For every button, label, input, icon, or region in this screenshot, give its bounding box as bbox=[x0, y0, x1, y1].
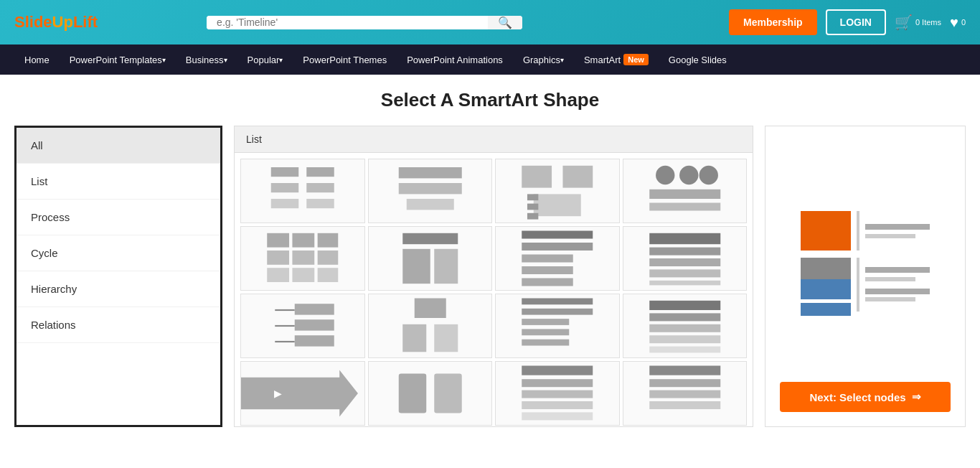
main-content: Select A SmartArt Shape All List Process… bbox=[0, 75, 980, 441]
svg-rect-81 bbox=[865, 277, 915, 281]
svg-rect-1 bbox=[306, 167, 334, 177]
svg-rect-59 bbox=[649, 335, 720, 343]
preview-shape bbox=[780, 141, 951, 382]
nav-item-ppt-animations[interactable]: PowerPoint Animations bbox=[397, 45, 513, 75]
svg-rect-82 bbox=[801, 303, 851, 316]
svg-rect-0 bbox=[271, 167, 299, 177]
sidebar-item-relations[interactable]: Relations bbox=[17, 307, 220, 343]
svg-rect-76 bbox=[865, 224, 930, 230]
shape-cell-3[interactable] bbox=[495, 159, 620, 223]
svg-rect-47 bbox=[295, 335, 334, 346]
sidebar-item-process[interactable]: Process bbox=[17, 200, 220, 235]
svg-marker-61 bbox=[241, 370, 358, 416]
sidebar-item-cycle[interactable]: Cycle bbox=[17, 235, 220, 271]
svg-rect-48 bbox=[414, 299, 446, 319]
shape-cell-10[interactable] bbox=[368, 294, 493, 358]
svg-rect-37 bbox=[649, 233, 720, 244]
shape-cell-12[interactable] bbox=[623, 294, 748, 358]
new-badge: New bbox=[623, 54, 649, 65]
svg-rect-12 bbox=[527, 194, 538, 200]
svg-rect-27 bbox=[292, 268, 314, 282]
preview-panel: Next: Select nodes ⇒ bbox=[765, 126, 966, 427]
svg-rect-78 bbox=[857, 258, 859, 312]
shape-cell-15[interactable] bbox=[495, 361, 620, 426]
shape-cell-16[interactable] bbox=[623, 361, 748, 426]
svg-rect-56 bbox=[649, 301, 720, 310]
svg-rect-38 bbox=[649, 248, 720, 256]
svg-rect-83 bbox=[801, 279, 851, 299]
login-button[interactable]: LOGIN bbox=[826, 9, 886, 35]
wishlist-icon[interactable]: ♥0 bbox=[950, 14, 966, 31]
shape-cell-14[interactable] bbox=[368, 361, 493, 426]
svg-rect-84 bbox=[865, 289, 930, 294]
svg-rect-11 bbox=[534, 194, 581, 216]
svg-rect-41 bbox=[649, 281, 720, 286]
svg-rect-28 bbox=[318, 268, 339, 282]
svg-point-15 bbox=[656, 166, 674, 184]
svg-rect-80 bbox=[865, 267, 930, 273]
page-title: Select A SmartArt Shape bbox=[14, 89, 966, 111]
nav-item-home[interactable]: Home bbox=[14, 45, 60, 75]
shape-cell-9[interactable] bbox=[240, 294, 365, 358]
svg-rect-63 bbox=[398, 374, 426, 413]
svg-text:▶: ▶ bbox=[274, 388, 282, 399]
shape-cell-5[interactable] bbox=[240, 226, 365, 291]
next-button-icon: ⇒ bbox=[912, 390, 921, 403]
shapes-grid: ▶ bbox=[235, 153, 753, 427]
svg-rect-85 bbox=[865, 297, 915, 301]
svg-rect-67 bbox=[522, 390, 593, 398]
sidebar-item-hierarchy[interactable]: Hierarchy bbox=[17, 271, 220, 307]
svg-rect-40 bbox=[649, 269, 720, 277]
membership-button[interactable]: Membership bbox=[729, 9, 816, 35]
svg-rect-29 bbox=[402, 233, 458, 244]
svg-rect-24 bbox=[292, 251, 314, 265]
svg-rect-21 bbox=[292, 233, 314, 248]
shape-cell-2[interactable] bbox=[368, 159, 493, 223]
nav-item-smartart[interactable]: SmartArt New bbox=[574, 45, 659, 75]
svg-rect-23 bbox=[267, 251, 289, 265]
svg-rect-9 bbox=[522, 166, 552, 188]
svg-rect-3 bbox=[306, 183, 334, 192]
logo[interactable]: SlideUpLift bbox=[14, 13, 98, 32]
nav-item-graphics[interactable]: Graphics bbox=[513, 45, 574, 75]
svg-point-17 bbox=[699, 166, 717, 184]
shape-cell-1[interactable] bbox=[240, 159, 365, 223]
sidebar-item-all[interactable]: All bbox=[17, 128, 220, 164]
svg-rect-26 bbox=[267, 268, 289, 282]
category-sidebar: All List Process Cycle Hierarchy Relatio… bbox=[14, 126, 222, 427]
search-bar: 🔍 bbox=[207, 16, 522, 29]
svg-rect-5 bbox=[306, 199, 334, 208]
svg-rect-30 bbox=[402, 249, 430, 284]
shape-cell-7[interactable] bbox=[495, 226, 620, 291]
shape-cell-13[interactable]: ▶ bbox=[240, 361, 365, 426]
next-select-nodes-button[interactable]: Next: Select nodes ⇒ bbox=[780, 382, 951, 412]
svg-rect-49 bbox=[402, 324, 426, 352]
search-input[interactable] bbox=[207, 16, 488, 29]
svg-rect-64 bbox=[434, 374, 462, 413]
shape-cell-11[interactable] bbox=[495, 294, 620, 358]
svg-rect-65 bbox=[522, 366, 593, 375]
svg-rect-57 bbox=[649, 313, 720, 321]
svg-rect-39 bbox=[649, 258, 720, 266]
search-button[interactable]: 🔍 bbox=[488, 16, 522, 29]
shape-cell-8[interactable] bbox=[623, 226, 748, 291]
cart-icon[interactable]: 🛒0 Items bbox=[895, 14, 941, 31]
svg-rect-20 bbox=[267, 233, 289, 248]
shape-cell-4[interactable] bbox=[623, 159, 748, 223]
nav-item-ppt-themes[interactable]: PowerPoint Themes bbox=[293, 45, 397, 75]
nav-item-ppt-templates[interactable]: PowerPoint Templates bbox=[60, 45, 176, 75]
cart-count: 0 Items bbox=[915, 18, 941, 27]
svg-rect-4 bbox=[271, 199, 299, 208]
sidebar-item-list[interactable]: List bbox=[17, 164, 220, 200]
shape-cell-6[interactable] bbox=[368, 226, 493, 291]
nav-item-popular[interactable]: Popular bbox=[237, 45, 293, 75]
nav-item-google-slides[interactable]: Google Slides bbox=[659, 45, 737, 75]
nav-item-business[interactable]: Business bbox=[176, 45, 237, 75]
header-right: Membership LOGIN 🛒0 Items ♥0 bbox=[729, 9, 966, 35]
svg-point-16 bbox=[679, 166, 698, 184]
svg-rect-74 bbox=[801, 211, 851, 251]
next-button-label: Next: Select nodes bbox=[809, 391, 905, 403]
svg-rect-77 bbox=[865, 234, 915, 238]
svg-rect-31 bbox=[434, 249, 458, 284]
svg-rect-35 bbox=[522, 266, 573, 274]
